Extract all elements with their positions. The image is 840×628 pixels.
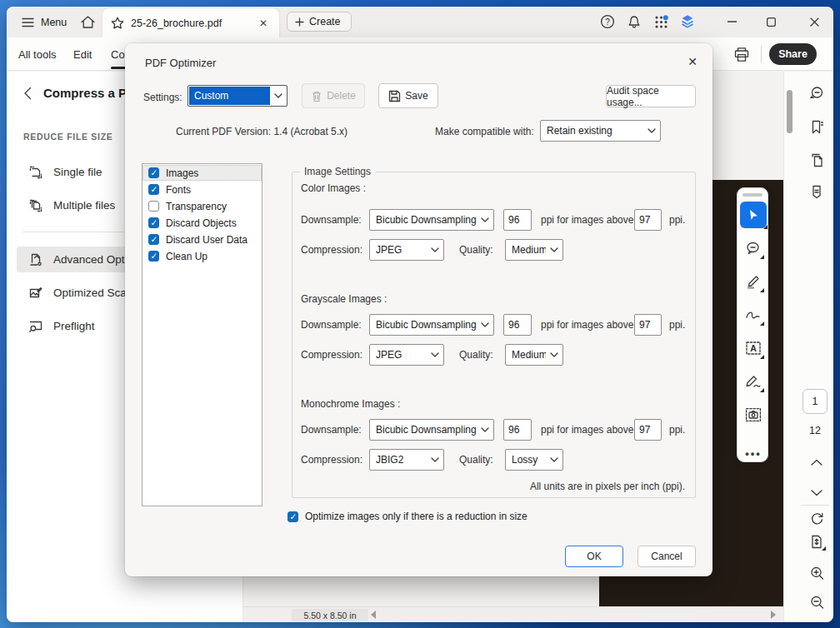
- checkbox-icon[interactable]: [148, 217, 159, 228]
- monochrome-ppi-above-input[interactable]: [634, 419, 662, 441]
- quick-tools-toolbar: A •••: [737, 187, 768, 462]
- settings-dropdown[interactable]: Custom: [188, 85, 288, 107]
- monochrome-ppi-input[interactable]: [503, 419, 532, 441]
- fit-page-icon[interactable]: [806, 531, 828, 552]
- close-button[interactable]: [796, 7, 832, 37]
- more-tools-icon[interactable]: •••: [738, 447, 769, 460]
- panel-row-discard-objects[interactable]: Discard Objects: [142, 215, 262, 231]
- ppi-suffix-label: ppi.: [669, 214, 685, 226]
- panel-row-clean-up[interactable]: Clean Up: [142, 248, 262, 264]
- previous-page-chevron-icon[interactable]: [806, 451, 828, 473]
- tab-close-icon[interactable]: ✕: [256, 16, 271, 31]
- grayscale-ppi-input[interactable]: [503, 314, 532, 336]
- grayscale-downsample-dropdown[interactable]: Bicubic Downsampling to: [369, 314, 494, 336]
- delete-settings-button[interactable]: Delete: [302, 83, 365, 108]
- quality-value: Medium: [507, 241, 546, 259]
- checkbox-icon[interactable]: [148, 167, 159, 178]
- chevron-down-icon: [477, 217, 493, 222]
- home-button[interactable]: [77, 11, 99, 33]
- color-quality-dropdown[interactable]: Medium: [505, 239, 563, 261]
- checkbox-icon[interactable]: [148, 201, 159, 212]
- page-thumbnails-icon[interactable]: [806, 149, 828, 171]
- color-compression-dropdown[interactable]: JPEG: [369, 239, 444, 261]
- page-size-status: 5.50 x 8.50 in: [292, 609, 368, 621]
- back-chevron-icon[interactable]: [23, 87, 32, 100]
- scroll-right-arrow-icon[interactable]: [771, 611, 776, 619]
- checkbox-icon[interactable]: [148, 184, 159, 195]
- dialog-close-icon[interactable]: ✕: [682, 52, 702, 72]
- downsample-value: Bicubic Downsampling to: [371, 421, 477, 439]
- draw-tool-button[interactable]: [743, 305, 763, 325]
- star-icon[interactable]: [111, 17, 124, 29]
- svg-text:A: A: [750, 343, 757, 353]
- sign-tool-button[interactable]: [743, 371, 763, 391]
- quality-value: Lossy: [507, 451, 546, 469]
- monochrome-compression-dropdown[interactable]: JBIG2: [369, 449, 444, 471]
- tab-all-tools[interactable]: All tools: [18, 37, 57, 71]
- color-ppi-above-input[interactable]: [634, 209, 662, 231]
- ppi-suffix-label: ppi.: [669, 319, 685, 331]
- minimize-button[interactable]: [713, 7, 750, 37]
- chevron-down-icon: [477, 427, 493, 432]
- audit-space-usage-button[interactable]: Audit space usage...: [606, 85, 696, 107]
- ai-assistant-icon[interactable]: [676, 10, 699, 33]
- document-tab[interactable]: 25-26_brochure.pdf ✕: [102, 8, 279, 37]
- cancel-label: Cancel: [651, 551, 682, 562]
- optimize-only-if-reduction-checkbox[interactable]: Optimize images only if there is a reduc…: [288, 511, 528, 522]
- snapshot-tool-button[interactable]: [743, 405, 763, 425]
- zoom-in-icon[interactable]: [806, 562, 828, 584]
- ok-button[interactable]: OK: [565, 546, 623, 567]
- maximize-button[interactable]: [752, 7, 789, 37]
- add-text-box-tool-button[interactable]: A: [743, 338, 763, 358]
- chevron-down-icon: [546, 247, 562, 252]
- panel-row-fonts[interactable]: Fonts: [142, 182, 262, 197]
- grayscale-compression-dropdown[interactable]: JPEG: [369, 344, 444, 366]
- ppi-for-images-above-label: ppi for images above: [541, 214, 633, 226]
- share-button[interactable]: Share: [769, 43, 817, 65]
- menu-button[interactable]: Menu: [17, 12, 72, 32]
- scroll-left-arrow-icon[interactable]: [371, 611, 376, 619]
- total-pages-label: 12: [784, 425, 833, 436]
- right-tools-rail: 1 12: [783, 72, 833, 622]
- grayscale-ppi-above-input[interactable]: [634, 314, 662, 336]
- select-tool-button[interactable]: [740, 202, 767, 228]
- monochrome-downsample-dropdown[interactable]: Bicubic Downsampling to: [369, 419, 494, 441]
- help-icon[interactable]: ?: [596, 10, 619, 33]
- panel-row-transparency[interactable]: Transparency: [142, 198, 262, 214]
- rotate-page-icon[interactable]: [806, 507, 828, 529]
- compatibility-dropdown[interactable]: Retain existing: [540, 120, 661, 142]
- print-icon[interactable]: [730, 42, 753, 66]
- monochrome-quality-dropdown[interactable]: Lossy: [505, 449, 563, 471]
- highlight-pencil-tool-button[interactable]: [743, 272, 763, 292]
- comment-tool-button[interactable]: [743, 238, 763, 258]
- grayscale-quality-dropdown[interactable]: Medium: [505, 344, 563, 366]
- create-button[interactable]: Create: [287, 12, 352, 32]
- compression-label: Compression:: [301, 244, 362, 256]
- color-ppi-input[interactable]: [503, 209, 532, 231]
- vertical-scrollbar[interactable]: [787, 90, 792, 133]
- quality-label: Quality:: [459, 454, 493, 466]
- chevron-down-icon: [427, 457, 443, 462]
- next-page-chevron-icon[interactable]: [806, 482, 828, 504]
- checkbox-icon[interactable]: [148, 251, 159, 262]
- notifications-bell-icon[interactable]: [622, 10, 646, 33]
- toolbar-drag-handle[interactable]: [742, 193, 762, 197]
- checkbox-icon[interactable]: [148, 234, 159, 245]
- color-downsample-dropdown[interactable]: Bicubic Downsampling to: [369, 209, 494, 231]
- page-comments-icon[interactable]: [806, 82, 828, 104]
- tab-edit[interactable]: Edit: [73, 37, 92, 71]
- cancel-button[interactable]: Cancel: [638, 546, 696, 567]
- chevron-down-icon: [427, 352, 443, 357]
- zoom-out-icon[interactable]: [806, 591, 828, 613]
- tags-icon[interactable]: [806, 181, 828, 202]
- checkbox-icon[interactable]: [288, 511, 298, 522]
- save-settings-button[interactable]: Save: [378, 83, 438, 108]
- apps-waffle-icon[interactable]: [649, 10, 672, 33]
- panel-row-discard-user-data[interactable]: Discard User Data: [142, 232, 262, 247]
- panel-row-images[interactable]: Images: [142, 165, 262, 181]
- current-page-input[interactable]: 1: [802, 389, 828, 414]
- chevron-down-icon: [477, 322, 493, 327]
- quality-label: Quality:: [459, 349, 493, 361]
- ppi-for-images-above-label: ppi for images above: [541, 319, 633, 331]
- bookmarks-icon[interactable]: [806, 116, 828, 137]
